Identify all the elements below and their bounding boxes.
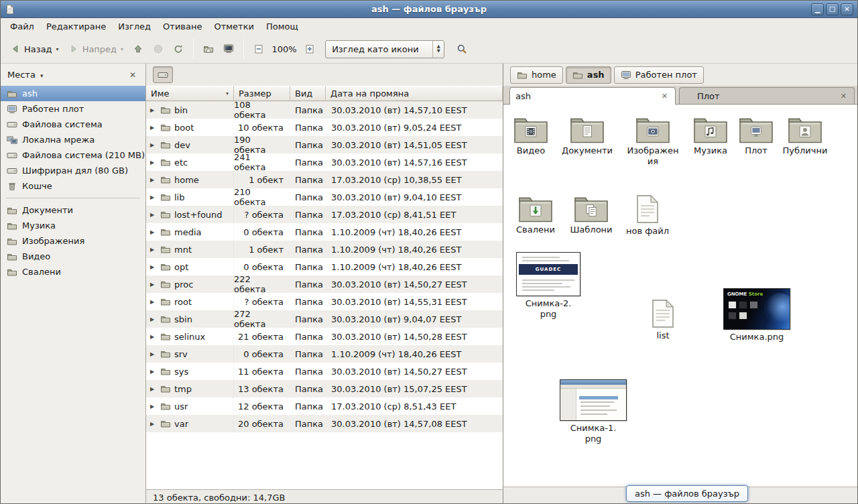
table-row[interactable]: ▶sys11 обектаПапка30.03.2010 (вт) 14,50,… [146,363,503,380]
home-button[interactable] [198,40,219,58]
reload-button[interactable] [168,40,188,58]
stop-button[interactable] [148,40,168,58]
menu-view[interactable]: Изглед [112,19,157,34]
search-button[interactable] [452,40,472,58]
file-item[interactable]: Свалени [506,194,565,235]
sidebar-item-volume-210mb[interactable]: Файлова система (210 MB) [1,147,145,163]
expander-icon[interactable]: ▶ [150,247,157,253]
expander-icon[interactable]: ▶ [150,369,157,375]
expander-icon[interactable]: ▶ [150,177,157,183]
file-item[interactable]: GNOME StoreСнимка.png [720,288,794,342]
column-header-3[interactable]: Дата на промяна [326,86,503,101]
forward-button[interactable]: Напред ▾ [64,40,129,58]
expander-icon[interactable]: ▶ [150,194,157,200]
table-row[interactable]: ▶sbin272 обектаПапка30.03.2010 (вт) 9,04… [146,310,503,328]
sidebar-title[interactable]: Места [7,70,36,80]
file-item[interactable]: list [633,299,692,341]
table-row[interactable]: ▶lost+found? обектаПапка17.03.2010 (ср) … [146,206,503,223]
expander-icon[interactable]: ▶ [150,351,157,357]
expander-icon[interactable]: ▶ [150,142,157,148]
file-item[interactable]: нов файл [618,194,677,237]
file-item[interactable]: Снимка-1.png [556,379,630,444]
file-item[interactable]: Документи [558,115,617,156]
menu-file[interactable]: Файл [4,19,40,34]
expander-icon[interactable]: ▶ [150,334,157,340]
minimize-button[interactable]: ▁ [811,3,824,15]
table-row[interactable]: ▶mnt1 обектПапка1.10.2009 (чт) 18,40,26 … [146,241,503,258]
file-item[interactable]: Шаблони [562,194,621,235]
pathbar-button-ash[interactable]: ash [566,66,611,84]
computer-button[interactable] [219,40,239,58]
table-row[interactable]: ▶var20 обектаПапка30.03.2010 (вт) 14,57,… [146,415,503,432]
root-location-button[interactable] [153,66,173,83]
table-row[interactable]: ▶usr12 обектаПапка17.03.2010 (ср) 8,51,4… [146,397,503,415]
sidebar-item-desktop[interactable]: Работен плот [1,101,145,117]
expander-icon[interactable]: ▶ [150,403,157,410]
table-row[interactable]: ▶boot10 обектаПапка30.03.2010 (вт) 9,05,… [146,119,503,136]
maximize-button[interactable]: □ [826,3,839,15]
table-row[interactable]: ▶home1 обектПапка17.03.2010 (ср) 10,38,5… [146,171,503,188]
view-mode-select[interactable]: Изглед като икони ▲▼ [325,40,444,58]
menu-bookmarks[interactable]: Отметки [208,19,259,34]
pathbar-button-home[interactable]: home [510,66,563,84]
expander-icon[interactable]: ▶ [150,125,157,131]
column-header-1[interactable]: Размер [234,86,290,101]
tab-close-button[interactable]: ✕ [839,91,849,101]
up-button[interactable] [128,40,148,58]
table-row[interactable]: ▶root? обектаПапка30.03.2010 (вт) 14,55,… [146,293,503,310]
expander-icon[interactable]: ▶ [150,229,157,235]
sidebar-close-button[interactable]: ✕ [127,70,139,80]
expander-icon[interactable]: ▶ [150,107,157,113]
close-button[interactable]: ✕ [841,3,853,15]
table-row[interactable]: ▶lib210 обектаПапка30.03.2010 (вт) 9,04,… [146,188,503,206]
table-row[interactable]: ▶bin108 обектаПапка30.03.2010 (вт) 14,57… [146,101,503,119]
file-item[interactable]: Публични [776,115,835,156]
expander-icon[interactable]: ▶ [150,212,157,218]
titlebar[interactable]: ash — файлов браузър ▁ □ ✕ [1,1,857,18]
tab-Плот[interactable]: Плот✕ [679,87,855,104]
expander-icon[interactable]: ▶ [150,160,157,166]
table-row[interactable]: ▶tmp13 обектаПапка30.03.2010 (вт) 15,07,… [146,380,503,397]
expander-icon[interactable]: ▶ [150,299,157,305]
file-item[interactable]: Плот [729,115,783,156]
sidebar-item-videos[interactable]: Видео [1,249,145,264]
zoom-out-button[interactable] [249,40,269,58]
sidebar-item-network[interactable]: Локална мрежа [1,132,145,147]
sidebar-item-documents[interactable]: Документи [1,202,145,218]
sidebar-item-ash[interactable]: ash [1,86,145,101]
expander-icon[interactable]: ▶ [150,281,157,288]
pathbar-button-Работен плот[interactable]: Работен плот [614,66,704,84]
menu-go[interactable]: Отиване [157,19,208,34]
column-header-0[interactable]: Име▾ [146,86,234,101]
file-item[interactable]: GUADECСнимка-2.png [511,252,585,320]
column-header-2[interactable]: Вид [290,86,326,101]
file-item[interactable]: Изображения [623,115,682,167]
menu-edit[interactable]: Редактиране [40,19,112,34]
expander-icon[interactable]: ▶ [150,421,157,427]
menu-help[interactable]: Помощ [260,19,304,34]
sidebar-item-encrypted-80gb[interactable]: Шифриран дял (80 GB) [1,163,145,178]
sidebar-item-music[interactable]: Музика [1,218,145,233]
table-row[interactable]: ▶opt0 обектаПапка1.10.2009 (чт) 18,40,26… [146,258,503,275]
sidebar-item-filesystem[interactable]: Файлова система [1,117,145,132]
taskbar-window-button[interactable]: ash — файлов браузър [626,485,748,502]
table-row[interactable]: ▶media0 обектаПапка1.10.2009 (чт) 18,40,… [146,223,503,241]
table-row[interactable]: ▶selinux21 обектаПапка30.03.2010 (вт) 14… [146,328,503,345]
expander-icon[interactable]: ▶ [150,316,157,322]
expander-icon[interactable]: ▶ [150,386,157,392]
tab-close-button[interactable]: ✕ [660,91,670,101]
file-item[interactable]: Видео [503,115,560,156]
table-row[interactable]: ▶dev190 обектаПапка30.03.2010 (вт) 14,51… [146,136,503,153]
table-row[interactable]: ▶proc222 обектаПапка30.03.2010 (вт) 14,5… [146,275,503,293]
icon-view[interactable]: ВидеоДокументиИзображенияМузикаПлотПубли… [503,105,857,487]
zoom-in-button[interactable] [300,40,320,58]
back-button[interactable]: Назад ▾ [5,40,64,58]
sidebar-item-trash[interactable]: Кошче [1,178,145,194]
expander-icon[interactable]: ▶ [150,264,157,270]
sidebar-item-downloads[interactable]: Свалени [1,264,145,279]
table-row[interactable]: ▶etc241 обектаПапка30.03.2010 (вт) 14,57… [146,153,503,171]
file-type: Папка [290,380,326,397]
table-row[interactable]: ▶srv0 обектаПапка1.10.2009 (чт) 18,40,26… [146,345,503,363]
sidebar-item-pictures[interactable]: Изображения [1,233,145,249]
tab-ash[interactable]: ash✕ [509,87,676,105]
